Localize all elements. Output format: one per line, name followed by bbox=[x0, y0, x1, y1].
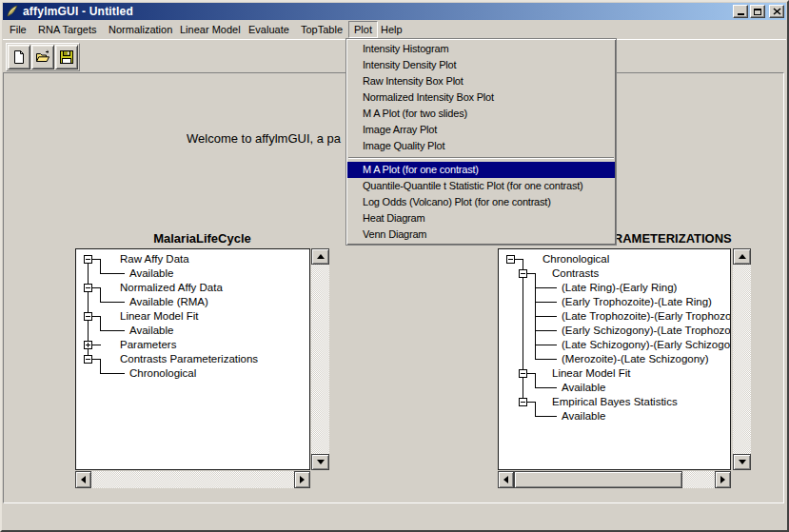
plot-menu-item-image-quality-plot[interactable]: Image Quality Plot bbox=[347, 138, 615, 154]
minimize-button[interactable] bbox=[733, 5, 748, 18]
scroll-up-button[interactable] bbox=[733, 248, 751, 265]
scroll-right-button[interactable] bbox=[715, 471, 731, 488]
tree-connector-line bbox=[535, 345, 557, 345]
tree-item-parameters[interactable]: Parameters bbox=[120, 338, 176, 351]
tree-item-available[interactable]: Available bbox=[129, 266, 173, 280]
plot-menu-item-intensity-density-plot[interactable]: Intensity Density Plot bbox=[347, 57, 615, 73]
menubar-item-rna-targets[interactable]: RNA Targets bbox=[33, 21, 102, 38]
window-controls bbox=[733, 5, 784, 18]
arrow-right-icon bbox=[300, 476, 305, 483]
right-tree-horizontal-scrollbar[interactable] bbox=[498, 471, 731, 488]
tree-connector-line bbox=[100, 287, 101, 302]
plot-menu-item-venn-diagram[interactable]: Venn Diagram bbox=[347, 227, 615, 243]
menubar-item-linear-model[interactable]: Linear Model bbox=[175, 21, 246, 38]
tree-expand-toggle[interactable] bbox=[84, 255, 92, 264]
menubar-item-file[interactable]: File bbox=[5, 21, 31, 38]
tree-expand-toggle[interactable] bbox=[84, 355, 92, 364]
plot-menu-dropdown: Intensity HistogramIntensity Density Plo… bbox=[345, 38, 617, 246]
tree-item-linear-model-fit[interactable]: Linear Model Fit bbox=[552, 366, 630, 380]
open-folder-icon bbox=[35, 49, 50, 65]
tree-connector-line bbox=[535, 402, 536, 416]
left-tree-vertical-scrollbar[interactable] bbox=[311, 248, 329, 470]
arrow-right-icon bbox=[720, 476, 725, 483]
tree-item-late-schizogony-early-schizogony[interactable]: (Late Schizogony)-(Early Schizogony) bbox=[562, 338, 731, 351]
tree-connector-line bbox=[535, 387, 557, 388]
tree-item-available[interactable]: Available bbox=[562, 409, 605, 423]
titlebar[interactable]: affylmGUI - Untitled bbox=[3, 3, 786, 20]
open-file-button[interactable] bbox=[31, 45, 54, 69]
menubar-item-plot[interactable]: Plot bbox=[348, 21, 378, 38]
tree-item-available-rma[interactable]: Available (RMA) bbox=[129, 295, 208, 308]
plot-menu-item-raw-intensity-box-plot[interactable]: Raw Intensity Box Plot bbox=[347, 73, 615, 89]
tree-item-normalized-affy-data[interactable]: Normalized Affy Data bbox=[120, 281, 223, 294]
scroll-up-button[interactable] bbox=[311, 248, 329, 265]
new-file-button[interactable] bbox=[8, 45, 30, 69]
tree-item-chronological[interactable]: Chronological bbox=[542, 252, 609, 266]
right-tree-vertical-scrollbar[interactable] bbox=[733, 248, 751, 470]
save-file-button[interactable] bbox=[55, 45, 78, 69]
arrow-up-icon bbox=[739, 254, 746, 259]
plot-menu-item-heat-diagram[interactable]: Heat Diagram bbox=[347, 210, 615, 227]
tree-item-chronological[interactable]: Chronological bbox=[129, 366, 196, 380]
menubar-item-help[interactable]: Help bbox=[376, 21, 407, 38]
tree-expand-toggle[interactable] bbox=[506, 255, 515, 264]
scroll-right-button[interactable] bbox=[294, 471, 310, 488]
tree-item-available[interactable]: Available bbox=[562, 381, 605, 394]
tree-item-contrasts[interactable]: Contrasts bbox=[552, 266, 599, 280]
left-tree-horizontal-scrollbar[interactable] bbox=[75, 471, 310, 488]
close-button[interactable] bbox=[769, 5, 784, 18]
scroll-left-button[interactable] bbox=[75, 471, 91, 488]
close-icon bbox=[773, 8, 781, 15]
maximize-button[interactable] bbox=[750, 5, 765, 18]
plot-menu-item-m-a-plot-for-one-contrast[interactable]: M A Plot (for one contrast) bbox=[347, 162, 615, 178]
tree-expand-toggle[interactable] bbox=[519, 269, 527, 278]
tree-connector-line bbox=[100, 316, 101, 330]
tree-item-raw-affy-data[interactable]: Raw Affy Data bbox=[120, 252, 189, 266]
tree-expand-toggle[interactable] bbox=[519, 398, 527, 406]
tree-expand-toggle[interactable] bbox=[84, 284, 92, 292]
arrow-down-icon bbox=[317, 460, 325, 464]
plot-menu-item-image-array-plot[interactable]: Image Array Plot bbox=[347, 122, 615, 138]
menubar-item-normalization[interactable]: Normalization bbox=[104, 21, 177, 38]
tree-item-late-ring-early-ring[interactable]: (Late Ring)-(Early Ring) bbox=[562, 281, 677, 294]
tree-connector-line bbox=[535, 316, 557, 317]
plot-menu-item-intensity-histogram[interactable]: Intensity Histogram bbox=[347, 41, 615, 57]
tree-expand-toggle[interactable] bbox=[84, 312, 92, 321]
plot-menu-item-log-odds-volcano-plot-for-one-contrast[interactable]: Log Odds (Volcano) Plot (for one contras… bbox=[347, 194, 615, 210]
tree-connector-line bbox=[535, 330, 557, 331]
plot-menu-item-quantile-quantile-t-statistic-plot-for-one-contrast[interactable]: Quantile-Quantile t Statistic Plot (for … bbox=[347, 178, 615, 194]
tree-connector-line bbox=[92, 345, 101, 345]
menubar-item-toptable[interactable]: TopTable bbox=[296, 21, 347, 38]
arrow-up-icon bbox=[317, 254, 325, 259]
tree-connector-line bbox=[523, 259, 523, 402]
new-document-icon bbox=[11, 49, 27, 65]
tree-connector-line bbox=[535, 302, 557, 303]
plot-menu-item-normalized-intensity-box-plot[interactable]: Normalized Intensity Box Plot bbox=[347, 89, 615, 106]
left-tree: Raw Affy DataAvailableNormalized Affy Da… bbox=[75, 248, 310, 470]
scroll-down-button[interactable] bbox=[311, 454, 329, 470]
menubar-item-evaluate[interactable]: Evaluate bbox=[244, 21, 294, 38]
tree-item-empirical-bayes-statistics[interactable]: Empirical Bayes Statistics bbox=[552, 395, 678, 408]
tree-item-available[interactable]: Available bbox=[129, 324, 173, 337]
tree-expand-toggle[interactable] bbox=[84, 341, 92, 349]
tree-item-late-trophozoite-early-trophozoite[interactable]: (Late Trophozoite)-(Early Trophozoite) bbox=[562, 309, 731, 323]
scrollbar-track[interactable] bbox=[514, 471, 715, 488]
scroll-left-button[interactable] bbox=[498, 471, 514, 488]
menu-bar: FileRNA TargetsNormalizationLinear Model… bbox=[3, 21, 786, 39]
tree-item-contrasts-parameterizations[interactable]: Contrasts Parameterizations bbox=[120, 352, 258, 365]
scrollbar-thumb[interactable] bbox=[514, 471, 682, 488]
scroll-down-button[interactable] bbox=[733, 454, 751, 470]
menu-separator bbox=[348, 157, 614, 159]
tree-connector-line bbox=[535, 287, 557, 288]
tree-item-merozoite-late-schizogony[interactable]: (Merozoite)-(Late Schizogony) bbox=[562, 352, 709, 365]
plot-menu-item-m-a-plot-for-two-slides[interactable]: M A Plot (for two slides) bbox=[347, 106, 615, 122]
scrollbar-track[interactable] bbox=[733, 265, 751, 454]
tree-item-early-trophozoite-late-ring[interactable]: (Early Trophozoite)-(Late Ring) bbox=[562, 295, 712, 308]
tree-item-early-schizogony-late-trophozoite[interactable]: (Early Schizogony)-(Late Trophozoite) bbox=[562, 324, 731, 337]
app-window: affylmGUI - Untitled FileRNA TargetsNorm… bbox=[0, 0, 789, 532]
scrollbar-track[interactable] bbox=[91, 471, 294, 488]
tree-expand-toggle[interactable] bbox=[519, 369, 527, 378]
scrollbar-track[interactable] bbox=[311, 265, 329, 454]
tree-item-linear-model-fit[interactable]: Linear Model Fit bbox=[120, 309, 198, 323]
maximize-icon bbox=[754, 9, 761, 15]
